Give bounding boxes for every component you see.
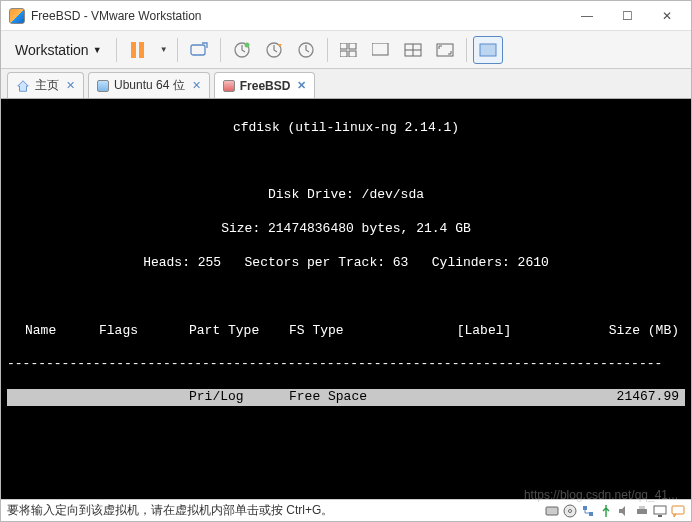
toolbar-separator: [466, 38, 467, 62]
tab-home[interactable]: 主页 ✕: [7, 72, 84, 98]
power-menu-button[interactable]: ▼: [155, 36, 171, 64]
drive-line: Disk Drive: /dev/sda: [7, 187, 685, 204]
console-icon: [372, 43, 390, 57]
tab-close-icon[interactable]: ✕: [66, 79, 75, 92]
svg-rect-7: [340, 51, 347, 57]
cell-flags: [99, 389, 189, 406]
home-icon: [16, 79, 30, 93]
display-icon[interactable]: [653, 504, 667, 518]
tab-label: FreeBSD: [240, 79, 291, 93]
toolbar: Workstation ▼ ▼: [1, 31, 691, 69]
hdd-icon[interactable]: [545, 504, 559, 518]
svg-rect-21: [658, 515, 662, 517]
app-window: FreeBSD - VMware Workstation — ☐ ✕ Works…: [0, 0, 692, 522]
toolbar-separator: [116, 38, 117, 62]
fullscreen-icon: [436, 43, 454, 57]
network-icon[interactable]: [581, 504, 595, 518]
col-parttype: Part Type: [189, 323, 289, 340]
divider: ----------------------------------------…: [7, 356, 685, 372]
blank-line: [7, 457, 685, 474]
cell-parttype: Pri/Log: [189, 389, 289, 406]
toolbar-separator: [177, 38, 178, 62]
view-thumbnails-button[interactable]: [334, 36, 364, 64]
status-message: 要将输入定向到该虚拟机，请在虚拟机内部单击或按 Ctrl+G。: [7, 502, 545, 519]
send-keys-icon: [190, 41, 208, 59]
tab-close-icon[interactable]: ✕: [192, 79, 201, 92]
svg-rect-6: [349, 43, 356, 49]
col-size: Size (MB): [549, 323, 683, 340]
vm-icon: [223, 80, 235, 92]
svg-rect-20: [654, 506, 666, 514]
col-label: [Label]: [419, 323, 549, 340]
titlebar: FreeBSD - VMware Workstation — ☐ ✕: [1, 1, 691, 31]
message-icon[interactable]: [671, 504, 685, 518]
tab-ubuntu[interactable]: Ubuntu 64 位 ✕: [88, 72, 210, 98]
fullscreen-button[interactable]: [430, 36, 460, 64]
send-ctrl-alt-del-button[interactable]: [184, 36, 214, 64]
table-header: NameFlagsPart TypeFS Type[Label]Size (MB…: [7, 323, 685, 340]
cell-fstype: Free Space: [289, 389, 419, 406]
cell-label: [419, 389, 549, 406]
snapshot-revert-icon: [265, 41, 283, 59]
minimize-button[interactable]: —: [567, 2, 607, 30]
tab-label: 主页: [35, 77, 59, 94]
tab-freebsd[interactable]: FreeBSD ✕: [214, 72, 316, 98]
pause-icon: [131, 42, 144, 58]
pause-button[interactable]: [123, 36, 153, 64]
svg-rect-8: [349, 51, 356, 57]
unity-icon: [479, 43, 497, 57]
svg-point-15: [569, 509, 572, 512]
tabbar: 主页 ✕ Ubuntu 64 位 ✕ FreeBSD ✕: [1, 69, 691, 99]
svg-rect-22: [672, 506, 684, 514]
table-row[interactable]: Pri/LogFree Space21467.99: [7, 389, 685, 406]
cell-size: 21467.99: [549, 389, 683, 406]
svg-rect-16: [583, 506, 587, 510]
svg-rect-13: [546, 507, 558, 515]
col-flags: Flags: [99, 323, 189, 340]
snapshot-button[interactable]: [227, 36, 257, 64]
svg-rect-5: [340, 43, 347, 49]
cfdisk-title: cfdisk (util-linux-ng 2.14.1): [7, 120, 685, 137]
view-console-button[interactable]: [366, 36, 396, 64]
blank-line: [7, 423, 685, 440]
vm-icon: [97, 80, 109, 92]
sound-icon[interactable]: [617, 504, 631, 518]
maximize-button[interactable]: ☐: [607, 2, 647, 30]
cd-icon[interactable]: [563, 504, 577, 518]
snapshot-manager-icon: [297, 41, 315, 59]
window-controls: — ☐ ✕: [567, 2, 687, 30]
cell-name: [9, 389, 99, 406]
workstation-menu-label: Workstation: [15, 42, 89, 58]
app-icon: [9, 8, 25, 24]
close-button[interactable]: ✕: [647, 2, 687, 30]
svg-rect-0: [191, 45, 205, 55]
svg-point-2: [244, 42, 249, 47]
chevron-down-icon: ▼: [93, 45, 102, 55]
toolbar-separator: [327, 38, 328, 62]
blank-line: [7, 154, 685, 171]
printer-icon[interactable]: [635, 504, 649, 518]
size-line: Size: 21474836480 bytes, 21.4 GB: [7, 221, 685, 238]
device-tray: [545, 504, 685, 518]
blank-line: [7, 289, 685, 306]
svg-rect-12: [480, 44, 496, 56]
revert-snapshot-button[interactable]: [259, 36, 289, 64]
statusbar: 要将输入定向到该虚拟机，请在虚拟机内部单击或按 Ctrl+G。: [1, 499, 691, 521]
stretch-icon: [404, 43, 422, 57]
chevron-down-icon: ▼: [160, 45, 168, 54]
thumbnails-icon: [340, 43, 358, 57]
vm-console[interactable]: cfdisk (util-linux-ng 2.14.1) Disk Drive…: [1, 99, 691, 499]
manage-snapshots-button[interactable]: [291, 36, 321, 64]
snapshot-take-icon: [233, 41, 251, 59]
window-title: FreeBSD - VMware Workstation: [31, 9, 567, 23]
workstation-menu[interactable]: Workstation ▼: [7, 38, 110, 62]
col-name: Name: [9, 323, 99, 340]
blank-line: [7, 491, 685, 499]
unity-mode-button[interactable]: [473, 36, 503, 64]
usb-icon[interactable]: [599, 504, 613, 518]
svg-rect-19: [639, 506, 645, 509]
tab-label: Ubuntu 64 位: [114, 77, 185, 94]
stretch-guest-button[interactable]: [398, 36, 428, 64]
col-fstype: FS Type: [289, 323, 419, 340]
tab-close-icon[interactable]: ✕: [297, 79, 306, 92]
